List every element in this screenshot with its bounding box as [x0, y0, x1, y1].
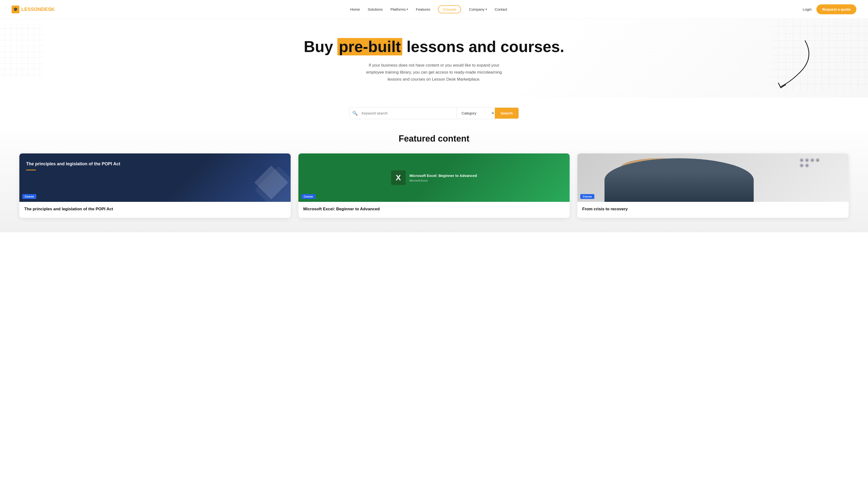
card-excel-body: Microsoft Excel: Beginner to Advanced — [298, 202, 570, 218]
excel-text: Microsoft Excel: Beginner to Advanced Mi… — [410, 173, 477, 182]
platforms-chevron-icon: ▾ — [407, 8, 408, 11]
hero-heading: Buy pre-built lessons and courses. — [12, 38, 856, 55]
search-input[interactable] — [360, 108, 457, 118]
card-excel-title: Microsoft Excel: Beginner to Advanced — [303, 206, 565, 212]
nav-solutions[interactable]: Solutions — [368, 7, 383, 11]
virus-dot-5: ✦ — [800, 163, 804, 168]
nav-home[interactable]: Home — [350, 7, 360, 11]
excel-icon-wrap: X Microsoft Excel: Beginner to Advanced … — [391, 170, 477, 185]
nav-courses[interactable]: Courses — [438, 5, 461, 13]
nav-contact[interactable]: Contact — [495, 7, 508, 11]
logo[interactable]: 🎓 LESSONDESK — [12, 5, 55, 13]
request-quote-button[interactable]: Request a quote — [816, 4, 856, 14]
search-bar: 🔍 Category Business Technology Complianc… — [349, 107, 519, 119]
featured-section: Featured content The principles and legi… — [0, 124, 868, 232]
nav-actions: Login Request a quote — [803, 4, 856, 14]
company-chevron-icon: ▾ — [486, 8, 487, 11]
featured-cards-row: The principles and legislation of the PO… — [19, 154, 849, 218]
card-crisis-title: From crisis to recovery — [582, 206, 844, 212]
virus-dot-3: ✦ — [810, 158, 814, 162]
nav-company[interactable]: Company ▾ — [469, 7, 487, 11]
card-crisis-badge: Course — [580, 194, 594, 199]
popi-underline — [26, 170, 36, 170]
navbar: 🎓 LESSONDESK Home Solutions Platforms ▾ … — [0, 0, 868, 19]
excel-image-title: Microsoft Excel: Beginner to Advanced — [410, 173, 477, 178]
nav-links: Home Solutions Platforms ▾ Features Cour… — [350, 5, 507, 13]
excel-image-subtitle: Microsoft Excel — [410, 179, 477, 182]
excel-x-icon: X — [391, 170, 406, 185]
card-popi-title: The principles and legislation of the PO… — [24, 206, 286, 212]
card-crisis: ✦ ✦ ✦ ✦ ✦ ✦ Course From crisis to recove… — [577, 154, 849, 218]
virus-dot-6: ✦ — [805, 163, 809, 168]
hero-subtext: If your business does not have content o… — [366, 62, 502, 83]
card-popi-act: The principles and legislation of the PO… — [19, 154, 291, 218]
nav-platforms[interactable]: Platforms ▾ — [390, 7, 408, 11]
virus-dot-4: ✦ — [816, 158, 820, 162]
featured-title: Featured content — [19, 134, 849, 144]
card-excel: X Microsoft Excel: Beginner to Advanced … — [298, 154, 570, 218]
virus-dot-2: ✦ — [805, 158, 809, 162]
card-excel-image: X Microsoft Excel: Beginner to Advanced … — [298, 154, 570, 202]
virus-decoration: ✦ ✦ ✦ ✦ ✦ ✦ — [800, 158, 822, 168]
person-body — [604, 158, 754, 202]
card-popi-image: The principles and legislation of the PO… — [19, 154, 291, 202]
card-crisis-image: ✦ ✦ ✦ ✦ ✦ ✦ — [577, 154, 849, 202]
logo-text: LESSONDESK — [21, 7, 55, 12]
card-excel-image-wrapper: X Microsoft Excel: Beginner to Advanced … — [298, 154, 570, 202]
login-link[interactable]: Login — [803, 7, 812, 11]
popi-image-title: The principles and legislation of the PO… — [26, 161, 120, 167]
hero-section: Buy pre-built lessons and courses. If yo… — [0, 19, 868, 98]
search-icon: 🔍 — [349, 111, 360, 116]
card-popi-badge: Course — [22, 194, 36, 199]
card-popi-body: The principles and legislation of the PO… — [19, 202, 291, 218]
category-select[interactable]: Category Business Technology Compliance … — [457, 107, 495, 119]
logo-icon: 🎓 — [12, 5, 19, 13]
popi-diamond-decoration — [252, 163, 291, 202]
svg-marker-38 — [254, 166, 288, 200]
popi-content: The principles and legislation of the PO… — [26, 161, 120, 170]
card-crisis-image-wrapper: ✦ ✦ ✦ ✦ ✦ ✦ Course — [577, 154, 849, 202]
card-excel-badge: Course — [301, 194, 315, 199]
virus-dot-1: ✦ — [800, 158, 804, 162]
card-popi-image-wrapper: The principles and legislation of the PO… — [19, 154, 291, 202]
search-section: 🔍 Category Business Technology Complianc… — [0, 98, 868, 124]
card-crisis-body: From crisis to recovery — [577, 202, 849, 218]
search-button[interactable]: Search — [495, 108, 519, 118]
nav-features[interactable]: Features — [416, 7, 430, 11]
